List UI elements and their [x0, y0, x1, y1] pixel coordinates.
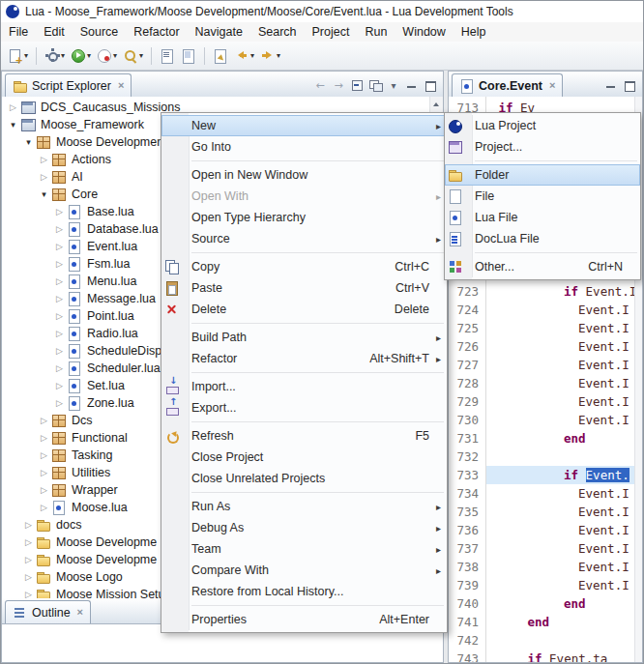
- expand-arrow-icon[interactable]: [37, 429, 51, 447]
- debug-tool-dropdown-icon[interactable]: ▾: [61, 51, 65, 60]
- menu-source[interactable]: Source: [73, 22, 127, 42]
- context-menu-item-go-into[interactable]: Go Into: [161, 136, 447, 158]
- new-wizard-button[interactable]: ▾: [6, 44, 30, 67]
- context-menu-item-delete[interactable]: DeleteDelete: [161, 299, 447, 320]
- expand-arrow-icon[interactable]: [52, 273, 67, 290]
- debug-tool-button[interactable]: ▾: [43, 44, 67, 67]
- context-menu-item-close-unrelated-projects[interactable]: Close Unrelated Projects: [161, 468, 447, 489]
- expand-arrow-icon[interactable]: [52, 220, 67, 238]
- context-menu-item-source[interactable]: Source: [161, 228, 447, 249]
- close-icon[interactable]: [549, 80, 555, 91]
- expand-arrow-icon[interactable]: [52, 307, 67, 325]
- expand-arrow-icon[interactable]: [37, 499, 51, 516]
- expand-arrow-icon[interactable]: [21, 534, 36, 551]
- context-menu-item-open-type-hierarchy[interactable]: Open Type Hierarchy: [161, 207, 447, 228]
- open-resource-button[interactable]: [158, 44, 177, 67]
- collapse-arrow-icon[interactable]: [37, 186, 51, 203]
- show-annotations-button[interactable]: [179, 44, 198, 67]
- scroll-up-icon[interactable]: [430, 97, 442, 109]
- minimize-icon[interactable]: [404, 77, 420, 93]
- close-icon[interactable]: [77, 607, 83, 618]
- expand-arrow-icon[interactable]: [52, 203, 67, 220]
- tab-script-explorer[interactable]: Script Explorer: [5, 73, 132, 97]
- new-submenu-item-doclua-file[interactable]: DocLua File: [445, 228, 640, 249]
- menu-help[interactable]: Help: [454, 22, 494, 42]
- external-tools-dropdown-icon[interactable]: ▾: [113, 51, 117, 60]
- external-tools-button[interactable]: ▾: [95, 44, 119, 67]
- tab-core-event[interactable]: Core.Event: [452, 73, 563, 97]
- expand-arrow-icon[interactable]: [52, 360, 67, 377]
- expand-arrow-icon[interactable]: [52, 394, 67, 412]
- context-menu-item-copy[interactable]: CopyCtrl+C: [161, 256, 447, 277]
- search-dropdown-icon[interactable]: ▾: [139, 51, 143, 60]
- collapse-arrow-icon[interactable]: [21, 133, 36, 151]
- new-submenu-item-file[interactable]: File: [445, 186, 640, 207]
- context-menu-item-refresh[interactable]: RefreshF5: [161, 425, 447, 447]
- menu-search[interactable]: Search: [250, 22, 305, 42]
- new-submenu-item-other[interactable]: Other...Ctrl+N: [445, 256, 640, 277]
- expand-arrow-icon[interactable]: [21, 586, 36, 599]
- menu-navigate[interactable]: Navigate: [188, 22, 250, 42]
- expand-arrow-icon[interactable]: [21, 551, 36, 568]
- expand-arrow-icon[interactable]: [52, 325, 67, 342]
- menu-run[interactable]: Run: [357, 22, 395, 42]
- expand-arrow-icon[interactable]: [21, 516, 36, 534]
- maximize-icon[interactable]: [423, 77, 438, 93]
- expand-arrow-icon[interactable]: [52, 290, 67, 307]
- last-edit-location-button[interactable]: [211, 44, 230, 67]
- expand-arrow-icon[interactable]: [21, 568, 36, 586]
- expand-arrow-icon[interactable]: [37, 412, 51, 429]
- maximize-icon[interactable]: [622, 77, 637, 93]
- expand-arrow-icon[interactable]: [52, 342, 67, 360]
- context-menu-item-build-path[interactable]: Build Path: [161, 327, 447, 348]
- context-menu-item-refactor[interactable]: RefactorAlt+Shift+T: [161, 348, 447, 369]
- context-menu-item-import[interactable]: Import...: [161, 376, 447, 397]
- collapse-arrow-icon[interactable]: [6, 116, 20, 133]
- context-menu-item-open-with[interactable]: Open With: [161, 186, 447, 207]
- context-menu-item-team[interactable]: Team: [161, 538, 447, 560]
- new-wizard-dropdown-icon[interactable]: ▾: [24, 51, 28, 60]
- forward-button[interactable]: ▾: [258, 44, 282, 67]
- new-submenu-item-lua-project[interactable]: Lua Project: [445, 115, 640, 136]
- expand-arrow-icon[interactable]: [37, 464, 51, 481]
- context-menu-item-close-project[interactable]: Close Project: [161, 447, 447, 468]
- expand-arrow-icon[interactable]: [37, 447, 51, 464]
- menu-refactor[interactable]: Refactor: [126, 22, 187, 42]
- context-menu-item-debug-as[interactable]: Debug As: [161, 517, 447, 538]
- back-dropdown-icon[interactable]: ▾: [250, 51, 254, 60]
- expand-arrow-icon[interactable]: [52, 255, 67, 273]
- search-button[interactable]: ▾: [121, 44, 145, 67]
- expand-arrow-icon[interactable]: [52, 238, 67, 255]
- new-submenu-item-project[interactable]: Project...: [445, 136, 640, 158]
- context-menu-item-restore-from-local-history[interactable]: Restore from Local History...: [161, 581, 447, 602]
- context-menu-item-properties[interactable]: PropertiesAlt+Enter: [161, 609, 447, 630]
- context-menu-item-compare-with[interactable]: Compare With: [161, 560, 447, 581]
- expand-arrow-icon[interactable]: [6, 99, 20, 116]
- menu-file[interactable]: File: [1, 22, 36, 42]
- run-button[interactable]: ▾: [69, 44, 93, 67]
- minimize-icon[interactable]: [603, 77, 619, 93]
- context-menu-item-open-in-new-window[interactable]: Open in New Window: [161, 164, 447, 186]
- tab-outline[interactable]: Outline: [5, 600, 91, 623]
- back-button[interactable]: ▾: [232, 44, 256, 67]
- forward-dropdown-icon[interactable]: ▾: [277, 51, 280, 60]
- run-dropdown-icon[interactable]: ▾: [87, 51, 91, 60]
- close-icon[interactable]: [118, 80, 124, 91]
- menu-project[interactable]: Project: [305, 22, 358, 42]
- context-menu-item-run-as[interactable]: Run As: [161, 496, 447, 517]
- back-arrow-icon[interactable]: [312, 77, 328, 93]
- menu-window[interactable]: Window: [395, 22, 453, 42]
- new-submenu-item-folder[interactable]: Folder: [445, 164, 640, 186]
- context-menu-item-export[interactable]: Export...: [161, 397, 447, 419]
- link-with-editor-icon[interactable]: [367, 77, 383, 93]
- new-submenu-item-lua-file[interactable]: Lua File: [445, 207, 640, 228]
- forward-arrow-icon[interactable]: [331, 77, 346, 93]
- expand-arrow-icon[interactable]: [37, 168, 51, 186]
- context-menu-item-paste[interactable]: PasteCtrl+V: [161, 277, 447, 299]
- context-menu-item-new[interactable]: New: [161, 115, 447, 136]
- expand-arrow-icon[interactable]: [52, 377, 67, 394]
- expand-arrow-icon[interactable]: [37, 481, 51, 499]
- view-menu-icon[interactable]: [386, 77, 401, 93]
- collapse-all-icon[interactable]: [349, 77, 365, 93]
- menu-edit[interactable]: Edit: [36, 22, 73, 42]
